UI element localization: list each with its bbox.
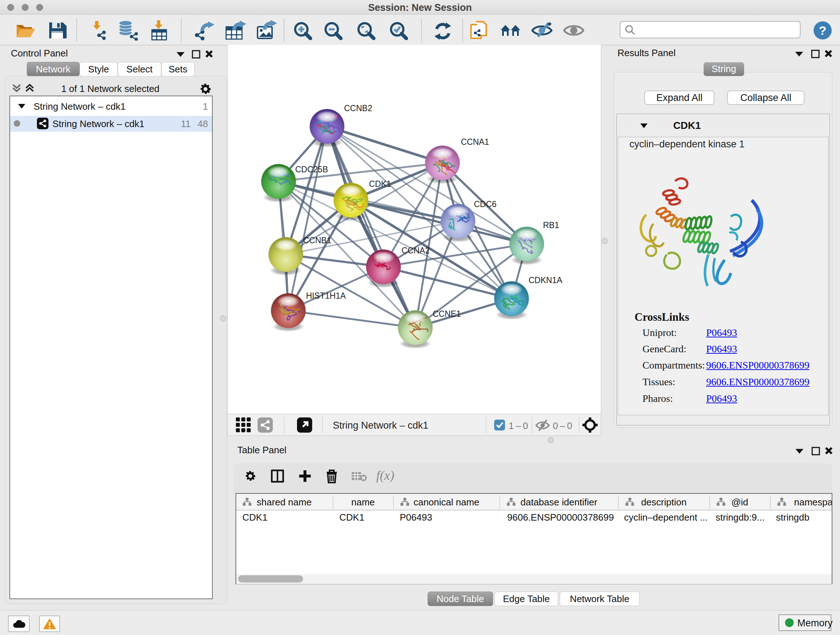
svg-text:CDC6: CDC6 — [474, 200, 497, 209]
svg-text:RB1: RB1 — [543, 220, 559, 230]
svg-text:CDK1: CDK1 — [369, 179, 391, 188]
svg-text:CCNB1: CCNB1 — [303, 236, 332, 245]
svg-text:CCNB2: CCNB2 — [344, 103, 372, 113]
svg-text:?: ? — [819, 24, 827, 37]
svg-text:CCNE1: CCNE1 — [433, 309, 461, 318]
svg-text:CDKN1A: CDKN1A — [529, 276, 562, 285]
svg-text:CCNA2: CCNA2 — [401, 246, 430, 255]
svg-text:CDC25B: CDC25B — [295, 165, 328, 174]
svg-text:HIST1H1A: HIST1H1A — [306, 291, 346, 301]
svg-text:CCNA1: CCNA1 — [461, 137, 489, 147]
